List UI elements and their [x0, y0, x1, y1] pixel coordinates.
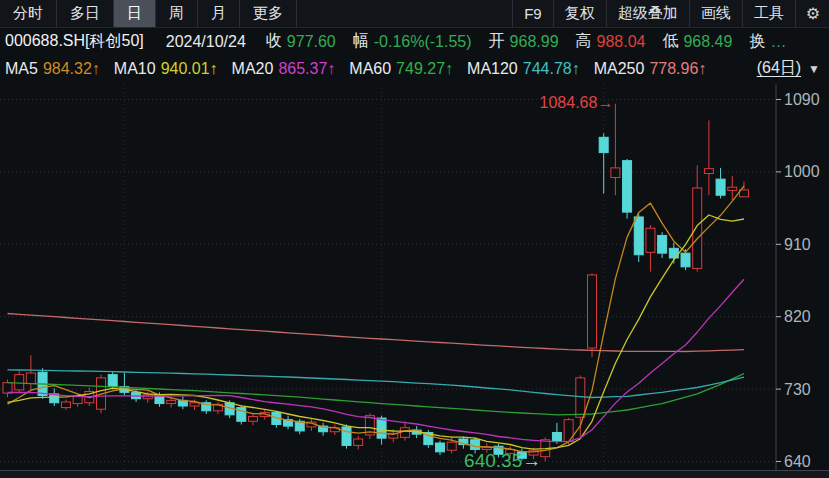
- ma-value: 984.32↑: [43, 60, 100, 78]
- ma-label: MA20: [232, 60, 274, 78]
- ma-item-ma5: MA5984.32↑: [5, 60, 100, 78]
- tab-gengduo[interactable]: 更多: [240, 0, 297, 27]
- ma-item-ma20: MA20865.37↑: [232, 60, 336, 78]
- ma-line-ma60: [8, 374, 745, 415]
- ma-values: MA5984.32↑MA10940.01↑MA20865.37↑MA60749.…: [5, 60, 720, 78]
- period-tabs: 分时多日日周月更多: [0, 0, 297, 27]
- ma-item-ma60: MA60749.27↑: [349, 60, 453, 78]
- tab-yue[interactable]: 月: [198, 0, 240, 27]
- period-tabbar: 分时多日日周月更多 F9复权超级叠加画线工具 ⚙: [0, 0, 829, 28]
- quote-field-change: 幅-0.16%(-1.55): [353, 31, 472, 52]
- quote-field-value: 988.04: [597, 33, 646, 51]
- quote-field-label: 开: [489, 31, 505, 52]
- ma-label: MA10: [114, 60, 156, 78]
- ma-label: MA60: [349, 60, 391, 78]
- quote-field-value: 968.49: [683, 33, 732, 51]
- ma-item-ma250: MA250778.96↑: [594, 60, 707, 78]
- bottom-strip: [0, 471, 829, 478]
- chart-gridlines: [0, 84, 776, 470]
- tool-f9[interactable]: F9: [512, 0, 553, 27]
- ma-line-ma5: [8, 186, 745, 452]
- quote-date: 2024/10/24: [166, 33, 246, 51]
- y-axis-labels: 10901000910820730640: [776, 91, 820, 470]
- ma-line-ma20: [8, 279, 745, 442]
- tool-gongju[interactable]: 工具: [742, 0, 795, 27]
- settings-gear-button[interactable]: ⚙: [795, 0, 829, 27]
- y-tick-label: 1090: [784, 91, 820, 108]
- tab-fenshi[interactable]: 分时: [0, 0, 57, 27]
- ma-value: 865.37↑: [278, 60, 335, 78]
- stock-chart-window: 分时多日日周月更多 F9复权超级叠加画线工具 ⚙ 000688.SH[科创50]…: [0, 0, 829, 478]
- ma-line-ma10: [8, 215, 745, 449]
- tool-fuquan[interactable]: 复权: [553, 0, 606, 27]
- y-tick-label: 1000: [784, 163, 820, 180]
- tab-ri[interactable]: 日: [114, 0, 156, 27]
- quote-field-label: 收: [266, 31, 282, 52]
- symbol-label: 000688.SH[科创50]: [5, 31, 144, 52]
- ma-indicator-bar: MA5984.32↑MA10940.01↑MA20865.37↑MA60749.…: [0, 55, 829, 82]
- quote-field-label: 幅: [353, 31, 369, 52]
- y-tick-label: 730: [784, 381, 811, 398]
- quote-field-value: -0.16%(-1.55): [374, 33, 472, 51]
- quote-field-low: 低968.49: [662, 31, 732, 52]
- quote-field-turnover: 换…: [749, 31, 786, 52]
- tool-huaxian[interactable]: 画线: [689, 0, 742, 27]
- ma-item-ma120: MA120744.78↑: [467, 60, 580, 78]
- candles: [3, 104, 748, 461]
- quote-fields: 收977.60幅-0.16%(-1.55)开968.99高988.04低968.…: [266, 31, 804, 52]
- ma-value: 778.96↑: [649, 60, 706, 78]
- y-tick-label: 910: [784, 236, 811, 253]
- low-annotation: 640.35→: [464, 450, 541, 471]
- ma-label: MA120: [467, 60, 518, 78]
- y-tick-label: 640: [784, 453, 811, 470]
- quote-field-label: 低: [662, 31, 678, 52]
- quote-field-value: …: [770, 33, 786, 51]
- ma-value: 744.78↑: [523, 60, 580, 78]
- tab-zhou[interactable]: 周: [156, 0, 198, 27]
- ma-label: MA250: [594, 60, 645, 78]
- ma-period-link[interactable]: (64日): [757, 58, 801, 79]
- toolbar-buttons: F9复权超级叠加画线工具: [512, 0, 795, 27]
- tool-chaoji-diejia[interactable]: 超级叠加: [606, 0, 689, 27]
- quote-field-close: 收977.60: [266, 31, 336, 52]
- ma-value: 940.01↑: [161, 60, 218, 78]
- quote-infobar: 000688.SH[科创50] 2024/10/24 收977.60幅-0.16…: [0, 28, 829, 55]
- ma-value: 749.27↑: [396, 60, 453, 78]
- quote-field-label: 高: [576, 31, 592, 52]
- chevron-down-icon[interactable]: ▼: [808, 62, 820, 76]
- tab-duori[interactable]: 多日: [57, 0, 114, 27]
- quote-field-high: 高988.04: [576, 31, 646, 52]
- ma-line-ma250: [8, 314, 745, 352]
- quote-field-open: 开968.99: [489, 31, 559, 52]
- y-tick-label: 820: [784, 308, 811, 325]
- gear-icon: ⚙: [806, 4, 820, 23]
- ma-label: MA5: [5, 60, 38, 78]
- ma-line-ma120: [8, 370, 745, 398]
- high-annotation: 1084.68→: [540, 94, 614, 111]
- ma-item-ma10: MA10940.01↑: [114, 60, 218, 78]
- quote-field-value: 968.99: [510, 33, 559, 51]
- toolbar-right: F9复权超级叠加画线工具 ⚙: [512, 0, 829, 27]
- quote-field-label: 换: [749, 31, 765, 52]
- quote-field-value: 977.60: [287, 33, 336, 51]
